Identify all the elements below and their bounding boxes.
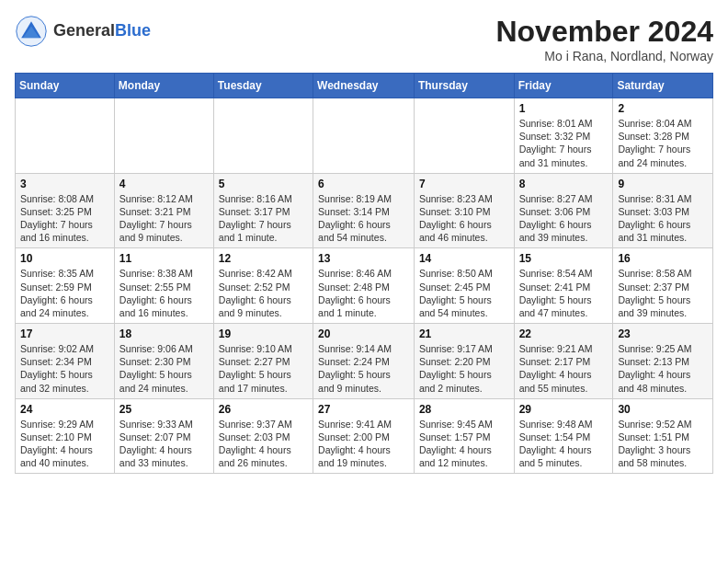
day-of-week-header: Thursday <box>414 74 514 98</box>
day-info: Sunrise: 8:54 AM Sunset: 2:41 PM Dayligh… <box>519 267 609 319</box>
day-info: Sunrise: 9:33 AM Sunset: 2:07 PM Dayligh… <box>119 418 209 470</box>
day-number: 9 <box>618 178 708 190</box>
calendar-cell <box>414 98 514 174</box>
calendar-cell: 4Sunrise: 8:12 AM Sunset: 3:21 PM Daylig… <box>114 173 213 248</box>
day-number: 4 <box>119 178 209 190</box>
logo: GeneralBlue <box>15 15 151 48</box>
day-info: Sunrise: 9:45 AM Sunset: 1:57 PM Dayligh… <box>419 418 509 470</box>
calendar: SundayMondayTuesdayWednesdayThursdayFrid… <box>15 73 713 474</box>
calendar-cell: 9Sunrise: 8:31 AM Sunset: 3:03 PM Daylig… <box>613 173 713 248</box>
day-info: Sunrise: 8:46 AM Sunset: 2:48 PM Dayligh… <box>318 267 409 319</box>
calendar-week-row: 1Sunrise: 8:01 AM Sunset: 3:32 PM Daylig… <box>16 98 713 174</box>
day-number: 7 <box>419 178 509 190</box>
day-number: 5 <box>219 178 308 190</box>
day-of-week-header: Monday <box>114 74 213 98</box>
day-number: 18 <box>119 327 209 340</box>
day-info: Sunrise: 8:12 AM Sunset: 3:21 PM Dayligh… <box>119 192 209 245</box>
day-number: 19 <box>219 327 308 340</box>
day-number: 29 <box>519 403 609 416</box>
calendar-cell: 18Sunrise: 9:06 AM Sunset: 2:30 PM Dayli… <box>114 324 213 399</box>
day-number: 1 <box>519 102 609 115</box>
header: GeneralBlue November 2024 Mo i Rana, Nor… <box>15 15 713 63</box>
day-info: Sunrise: 8:19 AM Sunset: 3:14 PM Dayligh… <box>318 192 409 245</box>
calendar-cell: 28Sunrise: 9:45 AM Sunset: 1:57 PM Dayli… <box>414 398 514 474</box>
calendar-cell <box>114 98 213 174</box>
calendar-cell: 8Sunrise: 8:27 AM Sunset: 3:06 PM Daylig… <box>514 173 613 248</box>
calendar-cell: 2Sunrise: 8:04 AM Sunset: 3:28 PM Daylig… <box>613 98 713 174</box>
day-info: Sunrise: 8:42 AM Sunset: 2:52 PM Dayligh… <box>219 267 308 319</box>
day-number: 28 <box>419 403 509 416</box>
logo-icon <box>15 15 48 48</box>
day-info: Sunrise: 8:23 AM Sunset: 3:10 PM Dayligh… <box>419 192 509 245</box>
calendar-cell: 23Sunrise: 9:25 AM Sunset: 2:13 PM Dayli… <box>613 324 713 399</box>
day-number: 14 <box>419 252 509 265</box>
day-info: Sunrise: 8:38 AM Sunset: 2:55 PM Dayligh… <box>119 267 209 319</box>
day-of-week-header: Wednesday <box>313 74 415 98</box>
calendar-week-row: 24Sunrise: 9:29 AM Sunset: 2:10 PM Dayli… <box>16 398 713 474</box>
day-of-week-header: Sunday <box>16 74 115 98</box>
day-info: Sunrise: 9:21 AM Sunset: 2:17 PM Dayligh… <box>519 342 609 395</box>
day-of-week-header: Friday <box>514 74 613 98</box>
logo-text: GeneralBlue <box>53 22 151 40</box>
day-info: Sunrise: 9:52 AM Sunset: 1:51 PM Dayligh… <box>618 418 708 470</box>
day-number: 13 <box>318 252 409 265</box>
day-info: Sunrise: 9:06 AM Sunset: 2:30 PM Dayligh… <box>119 342 209 395</box>
day-number: 15 <box>519 252 609 265</box>
day-info: Sunrise: 9:48 AM Sunset: 1:54 PM Dayligh… <box>519 418 609 470</box>
day-info: Sunrise: 8:35 AM Sunset: 2:59 PM Dayligh… <box>20 267 109 319</box>
calendar-week-row: 3Sunrise: 8:08 AM Sunset: 3:25 PM Daylig… <box>16 173 713 248</box>
day-number: 26 <box>219 403 308 416</box>
calendar-cell: 10Sunrise: 8:35 AM Sunset: 2:59 PM Dayli… <box>16 248 115 324</box>
calendar-cell: 29Sunrise: 9:48 AM Sunset: 1:54 PM Dayli… <box>514 398 613 474</box>
day-number: 20 <box>318 327 409 340</box>
day-info: Sunrise: 8:04 AM Sunset: 3:28 PM Dayligh… <box>618 117 708 169</box>
calendar-cell: 24Sunrise: 9:29 AM Sunset: 2:10 PM Dayli… <box>16 398 115 474</box>
day-of-week-header: Tuesday <box>213 74 313 98</box>
day-of-week-header: Saturday <box>613 74 713 98</box>
calendar-cell: 11Sunrise: 8:38 AM Sunset: 2:55 PM Dayli… <box>114 248 213 324</box>
day-info: Sunrise: 9:25 AM Sunset: 2:13 PM Dayligh… <box>618 342 708 395</box>
month-title: November 2024 <box>495 15 713 49</box>
day-number: 24 <box>20 403 109 416</box>
day-number: 25 <box>119 403 209 416</box>
day-info: Sunrise: 8:16 AM Sunset: 3:17 PM Dayligh… <box>219 192 308 245</box>
day-info: Sunrise: 9:14 AM Sunset: 2:24 PM Dayligh… <box>318 342 409 395</box>
calendar-cell: 5Sunrise: 8:16 AM Sunset: 3:17 PM Daylig… <box>213 173 313 248</box>
day-number: 17 <box>20 327 109 340</box>
calendar-cell <box>16 98 115 174</box>
day-info: Sunrise: 9:17 AM Sunset: 2:20 PM Dayligh… <box>419 342 509 395</box>
day-number: 23 <box>618 327 708 340</box>
day-number: 12 <box>219 252 308 265</box>
calendar-week-row: 10Sunrise: 8:35 AM Sunset: 2:59 PM Dayli… <box>16 248 713 324</box>
day-info: Sunrise: 8:58 AM Sunset: 2:37 PM Dayligh… <box>618 267 708 319</box>
calendar-cell: 16Sunrise: 8:58 AM Sunset: 2:37 PM Dayli… <box>613 248 713 324</box>
calendar-cell: 27Sunrise: 9:41 AM Sunset: 2:00 PM Dayli… <box>313 398 415 474</box>
calendar-cell: 22Sunrise: 9:21 AM Sunset: 2:17 PM Dayli… <box>514 324 613 399</box>
calendar-body: 1Sunrise: 8:01 AM Sunset: 3:32 PM Daylig… <box>16 98 713 474</box>
calendar-cell: 30Sunrise: 9:52 AM Sunset: 1:51 PM Dayli… <box>613 398 713 474</box>
calendar-cell: 1Sunrise: 8:01 AM Sunset: 3:32 PM Daylig… <box>514 98 613 174</box>
day-number: 21 <box>419 327 509 340</box>
day-info: Sunrise: 9:41 AM Sunset: 2:00 PM Dayligh… <box>318 418 409 470</box>
calendar-week-row: 17Sunrise: 9:02 AM Sunset: 2:34 PM Dayli… <box>16 324 713 399</box>
day-number: 16 <box>618 252 708 265</box>
calendar-cell: 14Sunrise: 8:50 AM Sunset: 2:45 PM Dayli… <box>414 248 514 324</box>
day-number: 30 <box>618 403 708 416</box>
calendar-cell <box>213 98 313 174</box>
calendar-cell: 21Sunrise: 9:17 AM Sunset: 2:20 PM Dayli… <box>414 324 514 399</box>
day-number: 10 <box>20 252 109 265</box>
calendar-cell: 26Sunrise: 9:37 AM Sunset: 2:03 PM Dayli… <box>213 398 313 474</box>
calendar-cell <box>313 98 415 174</box>
title-area: November 2024 Mo i Rana, Nordland, Norwa… <box>495 15 713 63</box>
day-number: 3 <box>20 178 109 190</box>
day-info: Sunrise: 8:01 AM Sunset: 3:32 PM Dayligh… <box>519 117 609 169</box>
logo-general: General <box>53 21 115 40</box>
day-number: 11 <box>119 252 209 265</box>
calendar-cell: 17Sunrise: 9:02 AM Sunset: 2:34 PM Dayli… <box>16 324 115 399</box>
day-info: Sunrise: 8:31 AM Sunset: 3:03 PM Dayligh… <box>618 192 708 245</box>
calendar-cell: 12Sunrise: 8:42 AM Sunset: 2:52 PM Dayli… <box>213 248 313 324</box>
calendar-header: SundayMondayTuesdayWednesdayThursdayFrid… <box>16 74 713 98</box>
calendar-cell: 13Sunrise: 8:46 AM Sunset: 2:48 PM Dayli… <box>313 248 415 324</box>
calendar-cell: 15Sunrise: 8:54 AM Sunset: 2:41 PM Dayli… <box>514 248 613 324</box>
day-info: Sunrise: 8:50 AM Sunset: 2:45 PM Dayligh… <box>419 267 509 319</box>
